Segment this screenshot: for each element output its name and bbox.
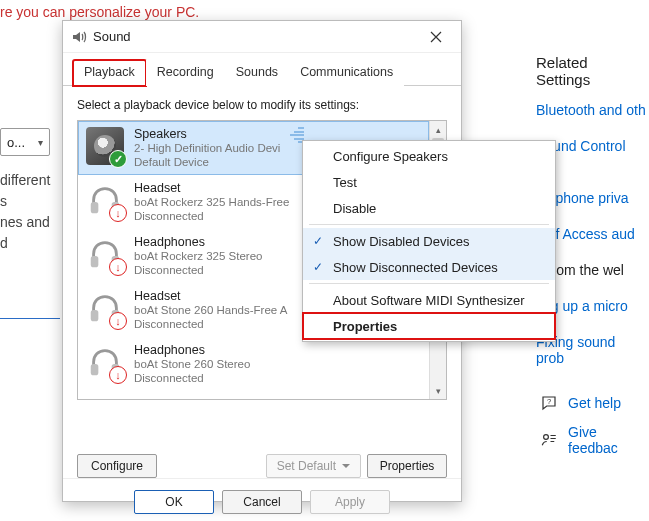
device-text: Speakers2- High Definition Audio DeviDef… [134, 127, 280, 170]
tab-playback[interactable]: Playback [73, 60, 146, 86]
device-text: HeadphonesboAt Stone 260 StereoDisconnec… [134, 343, 250, 386]
bg-paragraph: different s nes and d [0, 170, 60, 254]
set-default-button: Set Default [266, 454, 361, 478]
svg-rect-8 [91, 364, 99, 375]
device-subtitle: 2- High Definition Audio Devi [134, 141, 280, 155]
bg-para-line: nes and d [0, 214, 50, 251]
tab-recording[interactable]: Recording [146, 60, 225, 86]
device-text: HeadsetboAt Rockerz 325 Hands-FreeDiscon… [134, 181, 289, 224]
ctx-show-disabled[interactable]: Show Disabled Devices [303, 228, 555, 254]
device-status: Default Device [134, 155, 280, 169]
scroll-up-icon[interactable]: ▴ [430, 121, 446, 138]
device-icon: ↓ [86, 289, 124, 327]
device-name: Headphones [134, 343, 250, 357]
tab-bar: Playback Recording Sounds Communications [63, 53, 461, 86]
give-feedback-link[interactable]: Give feedbac [568, 424, 649, 456]
device-status: Disconnected [134, 263, 263, 277]
ctx-properties[interactable]: Properties [303, 313, 555, 339]
device-icon: ↓ [86, 235, 124, 273]
get-help-row[interactable]: ? Get help [540, 394, 621, 412]
ok-button[interactable]: OK [134, 490, 214, 514]
device-buttons-row: Configure Set Default Properties [63, 446, 461, 478]
ctx-test[interactable]: Test [303, 169, 555, 195]
svg-rect-6 [91, 310, 99, 321]
svg-rect-2 [91, 202, 99, 213]
feedback-icon [540, 431, 558, 449]
properties-button[interactable]: Properties [367, 454, 447, 478]
tab-communications[interactable]: Communications [289, 60, 404, 86]
svg-point-1 [544, 435, 549, 440]
device-subtitle: boAt Rockerz 325 Stereo [134, 249, 263, 263]
device-text: HeadsetboAt Stone 260 Hands-Free ADiscon… [134, 289, 287, 332]
ctx-disable[interactable]: Disable [303, 195, 555, 221]
bg-dropdown-value: o... [7, 135, 25, 150]
device-name: Headset [134, 289, 287, 303]
svg-text:?: ? [547, 397, 551, 406]
ctx-configure-speakers[interactable]: Configure Speakers [303, 143, 555, 169]
close-icon [430, 31, 442, 43]
device-icon: ↓ [86, 181, 124, 219]
svg-rect-4 [91, 256, 99, 267]
ctx-about-midi[interactable]: About Software MIDI Synthesizer [303, 287, 555, 313]
related-heading: Related Settings [536, 54, 646, 88]
configure-button[interactable]: Configure [77, 454, 157, 478]
device-text: HeadphonesboAt Rockerz 325 StereoDisconn… [134, 235, 263, 278]
cancel-button[interactable]: Cancel [222, 490, 302, 514]
device-item-headphones[interactable]: ↓HeadphonesboAt Stone 260 StereoDisconne… [78, 337, 429, 391]
device-subtitle: boAt Stone 260 Stereo [134, 357, 250, 371]
dialog-title: Sound [93, 29, 419, 44]
device-status: Disconnected [134, 209, 289, 223]
device-name: Headset [134, 181, 289, 195]
speaker-icon [71, 29, 87, 45]
give-feedback-row[interactable]: Give feedbac [540, 424, 649, 456]
ctx-show-disconnected[interactable]: Show Disconnected Devices [303, 254, 555, 280]
bg-output-dropdown[interactable]: o... ▾ [0, 128, 50, 156]
apply-button: Apply [310, 490, 390, 514]
device-status: Disconnected [134, 371, 250, 385]
chevron-down-icon: ▾ [38, 137, 43, 148]
scroll-down-icon[interactable]: ▾ [430, 382, 446, 399]
get-help-link[interactable]: Get help [568, 395, 621, 411]
ctx-separator [309, 283, 549, 284]
device-name: Speakers [134, 127, 280, 141]
device-subtitle: boAt Stone 260 Hands-Free A [134, 303, 287, 317]
dialog-titlebar[interactable]: Sound [63, 21, 461, 53]
close-button[interactable] [419, 25, 453, 49]
dialog-footer: OK Cancel Apply [63, 478, 461, 521]
device-name: Headphones [134, 235, 263, 249]
bg-divider [0, 318, 60, 319]
device-subtitle: boAt Rockerz 325 Hands-Free [134, 195, 289, 209]
link-bluetooth[interactable]: Bluetooth and oth [536, 102, 646, 118]
device-status: Disconnected [134, 317, 287, 331]
instruction-text: Select a playback device below to modify… [77, 98, 447, 112]
chat-help-icon: ? [540, 394, 558, 412]
ctx-separator [309, 224, 549, 225]
tab-sounds[interactable]: Sounds [225, 60, 289, 86]
bg-para-line: different s [0, 172, 50, 209]
device-icon: ↓ [86, 343, 124, 381]
device-icon: ✓ [86, 127, 124, 165]
bg-warning-text: re you can personalize your PC. [0, 4, 649, 20]
context-menu: Configure Speakers Test Disable Show Dis… [302, 140, 556, 342]
